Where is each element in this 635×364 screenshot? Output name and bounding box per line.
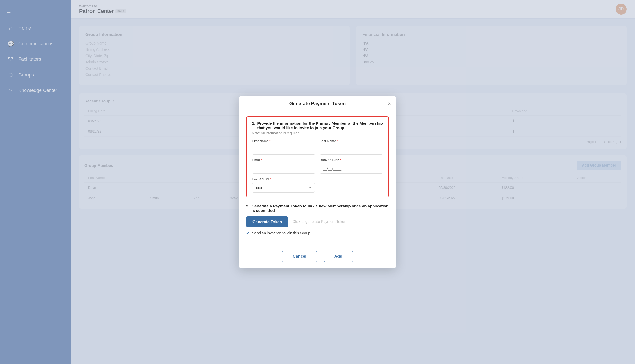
dob-input[interactable] (320, 164, 383, 174)
invitation-checkbox-label: Send an invitation to join this Group (252, 231, 310, 235)
email-group: Email* (252, 158, 315, 174)
modal-overlay: Generate Payment Token × 1. Provide the … (71, 0, 635, 364)
last-name-label: Last Name* (320, 139, 383, 143)
first-name-input[interactable] (252, 145, 315, 155)
step1-number: 1. (252, 121, 255, 125)
last-name-input[interactable] (320, 145, 383, 155)
generate-token-button[interactable]: Generate Token (246, 216, 288, 227)
step1-title: Provide the information for the Primary … (257, 121, 383, 130)
checkbox-checked-icon: ✔ (246, 231, 250, 236)
dob-label: Date Of Birth* (320, 158, 383, 162)
ssn-group: Last 4 SSN* xxxx (252, 177, 315, 193)
step2-number: 2. (246, 204, 250, 208)
token-placeholder: Click to generate Payment Token (292, 219, 346, 224)
first-name-label: First Name* (252, 139, 315, 143)
main-content: Welcome to Patron Center BETA JD Group I… (71, 0, 635, 364)
modal-title: Generate Payment Token (289, 101, 346, 106)
first-name-group: First Name* (252, 139, 315, 155)
ssn-label: Last 4 SSN* (252, 177, 315, 181)
email-label: Email* (252, 158, 315, 162)
modal-close-button[interactable]: × (388, 101, 391, 106)
email-dob-row: Email* Date Of Birth* (252, 158, 383, 174)
dob-group: Date Of Birth* (320, 158, 383, 174)
step1-section: 1. Provide the information for the Prima… (246, 116, 389, 197)
last-name-group: Last Name* (320, 139, 383, 155)
modal-footer: Cancel Add (239, 246, 396, 268)
step2-section: 2. Generate a Payment Token to link a ne… (246, 200, 389, 240)
modal-header: Generate Payment Token × (239, 96, 396, 112)
generate-row: Generate Token Click to generate Payment… (246, 216, 389, 227)
ssn-select[interactable]: xxxx (252, 183, 315, 193)
step2-title: Generate a Payment Token to link a new M… (252, 204, 389, 213)
step1-note: Note: All information is required. (252, 131, 383, 135)
modal-body: 1. Provide the information for the Prima… (239, 112, 396, 246)
email-input[interactable] (252, 164, 315, 174)
invitation-checkbox-row: ✔ Send an invitation to join this Group (246, 231, 389, 236)
generate-payment-token-modal: Generate Payment Token × 1. Provide the … (239, 96, 396, 268)
add-button[interactable]: Add (324, 251, 353, 262)
name-row: First Name* Last Name* (252, 139, 383, 155)
cancel-button[interactable]: Cancel (282, 251, 317, 262)
